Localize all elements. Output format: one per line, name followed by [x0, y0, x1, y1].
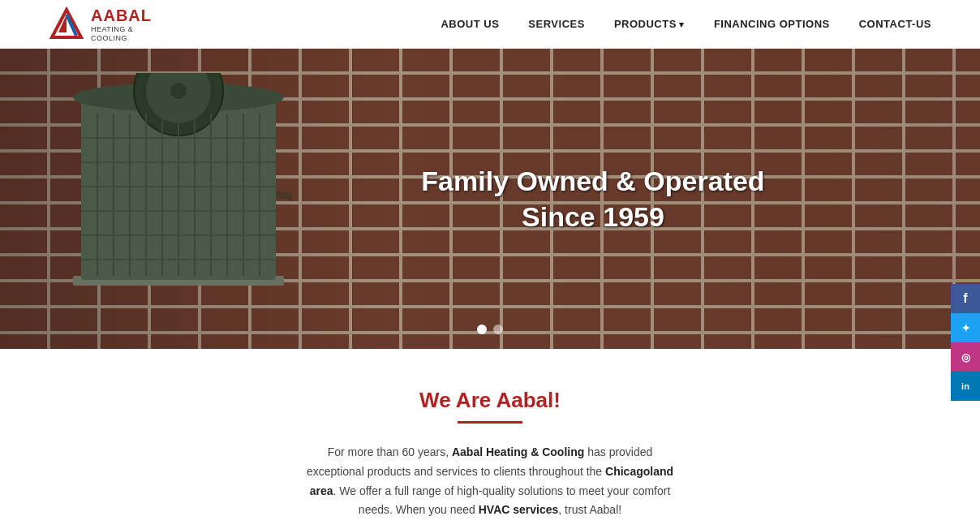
section-text: For more than 60 years, Aabal Heating & … — [303, 443, 677, 520]
svg-point-8 — [170, 83, 187, 99]
hero-text: Family Owned & Operated Since 1959 — [421, 163, 764, 234]
linkedin-button[interactable]: in — [951, 372, 980, 401]
logo-sub2: COOLING — [91, 34, 152, 43]
nav-item-about-us[interactable]: ABOUT US — [441, 18, 499, 30]
twitter-button[interactable]: ✦ — [951, 313, 980, 342]
facebook-icon: f — [963, 291, 967, 306]
logo-sub1: HEATING & — [91, 25, 152, 34]
nav-item-products[interactable]: PRODUCTS — [614, 18, 685, 30]
hero-dots — [477, 325, 503, 334]
logo-icon — [49, 6, 84, 42]
hero-title-line2: Since 1959 — [421, 199, 764, 234]
social-sidebar: f ✦ ◎ in — [951, 284, 980, 401]
logo-name: AABAL — [91, 6, 152, 25]
nav-item-financing[interactable]: FINANCING OPTIONS — [714, 18, 830, 30]
nav-item-contact[interactable]: CONTACT-US — [859, 18, 931, 30]
instagram-button[interactable]: ◎ — [951, 342, 980, 372]
logo[interactable]: AABAL HEATING & COOLING — [49, 6, 152, 43]
dot-2[interactable] — [493, 325, 503, 334]
logo-text: AABAL HEATING & COOLING — [91, 6, 152, 43]
twitter-icon: ✦ — [961, 322, 970, 334]
bold-hvac: HVAC services — [479, 503, 559, 516]
content-section: We Are Aabal! For more than 60 years, Aa… — [0, 349, 980, 529]
ac-unit-image — [65, 73, 325, 316]
instagram-icon: ◎ — [961, 351, 970, 363]
section-title: We Are Aabal! — [16, 388, 964, 413]
nav-item-services[interactable]: SERVICES — [528, 18, 585, 30]
title-divider — [458, 421, 522, 424]
dot-1[interactable] — [477, 325, 487, 334]
nav: ABOUT US SERVICES PRODUCTS FINANCING OPT… — [441, 18, 931, 30]
bold-location: Chicagoland area — [310, 465, 673, 497]
hero-title-line1: Family Owned & Operated — [421, 163, 764, 199]
hero-section: Family Owned & Operated Since 1959 — [0, 49, 980, 349]
bold-company-name: Aabal Heating & Cooling — [452, 445, 584, 458]
header: AABAL HEATING & COOLING ABOUT US SERVICE… — [0, 0, 980, 49]
facebook-button[interactable]: f — [951, 284, 980, 313]
linkedin-icon: in — [961, 381, 969, 391]
